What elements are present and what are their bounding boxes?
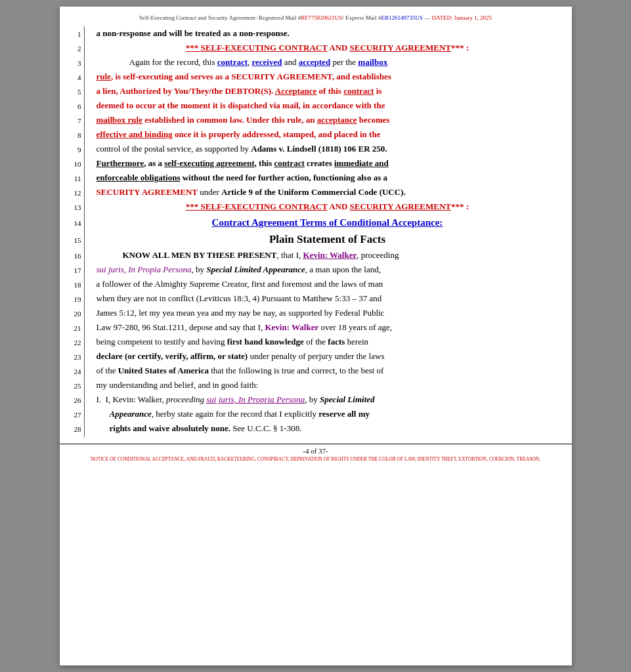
line-8-text: effective and binding once it is properl… bbox=[97, 127, 381, 142]
line-7-text: mailbox rule established in common law. … bbox=[97, 113, 390, 127]
line-14: Contract Agreement Terms of Conditional … bbox=[97, 214, 559, 231]
line-num-21: 21 bbox=[66, 322, 81, 336]
content-area: 1 2 3 4 5 6 7 8 9 10 11 12 13 14 15 16 1… bbox=[60, 26, 572, 437]
line-13: *** SELF-EXECUTING CONTRACT AND SECURITY… bbox=[97, 200, 559, 214]
line-num-26: 26 bbox=[66, 394, 81, 408]
line-9-text: control of the postal service, as suppor… bbox=[97, 142, 387, 156]
line-5: a lien, Authorized by You/They/the DEBTO… bbox=[97, 84, 559, 98]
line-num-15: 15 bbox=[66, 232, 81, 249]
line-28-text: rights and waive absolutely none. See U.… bbox=[97, 421, 302, 436]
document-header: Self-Executing Contract and Security Agr… bbox=[60, 7, 572, 26]
line-25: my understanding and belief, and in good… bbox=[97, 378, 559, 392]
line-11-text: enforceable obligations without the need… bbox=[97, 171, 387, 185]
line-10-text: Furthermore, as a self-executing agreeme… bbox=[97, 156, 389, 171]
line-3-text: Again for the record, this contract, rec… bbox=[97, 55, 388, 70]
line-num-8: 8 bbox=[66, 129, 81, 143]
line-21-text: Law 97-280, 96 Stat.1211, depose and say… bbox=[97, 320, 393, 335]
line-15-text: Plain Statement of Facts bbox=[269, 232, 385, 247]
line-11: enforceable obligations without the need… bbox=[97, 171, 559, 185]
line-24: of the United States of America that the… bbox=[97, 364, 559, 378]
line-23-text: declare (or certify, verify, affirm, or … bbox=[97, 349, 385, 364]
line-10: Furthermore, as a self-executing agreeme… bbox=[97, 156, 559, 171]
line-2: *** SELF-EXECUTING CONTRACT AND SECURITY… bbox=[97, 41, 559, 55]
line-20: James 5:12, let my yea mean yea and my n… bbox=[97, 306, 559, 320]
line-17-text: sui juris, In Propia Persona, by Special… bbox=[97, 262, 381, 277]
line-1: a non-response and will be treated as a … bbox=[97, 26, 559, 41]
line-num-5: 5 bbox=[66, 85, 81, 100]
line-19-text: when they are not in conflict (Leviticus… bbox=[97, 291, 382, 306]
line-num-12: 12 bbox=[66, 186, 81, 201]
line-num-14: 14 bbox=[66, 215, 81, 232]
line-19: when they are not in conflict (Leviticus… bbox=[97, 291, 559, 306]
footer-page-num: -4 of 37- bbox=[79, 447, 552, 455]
line-2-text: *** SELF-EXECUTING CONTRACT AND SECURITY… bbox=[186, 41, 469, 55]
line-17: sui juris, In Propia Persona, by Special… bbox=[97, 262, 559, 277]
footer-notice-text: NOTICE of CONDITIONAL ACCEPTANCE, and FR… bbox=[79, 456, 552, 462]
line-num-19: 19 bbox=[66, 293, 81, 307]
line-20-text: James 5:12, let my yea mean yea and my n… bbox=[97, 306, 385, 320]
line-26-text: I. I, Kevin: Walker, proceeding sui juri… bbox=[97, 392, 375, 407]
line-num-1: 1 bbox=[66, 28, 81, 42]
line-25-text: my understanding and belief, and in good… bbox=[97, 378, 259, 392]
line-num-24: 24 bbox=[66, 365, 81, 379]
line-12-text: SECURITY AGREEMENT under Article 9 of th… bbox=[97, 185, 406, 200]
line-num-18: 18 bbox=[66, 278, 81, 293]
line-22: being competent to testify and having fi… bbox=[97, 335, 559, 349]
line-9: control of the postal service, as suppor… bbox=[97, 142, 559, 156]
line-6-text: deemed to occur at the moment it is disp… bbox=[97, 98, 385, 113]
line-num-3: 3 bbox=[66, 56, 81, 71]
line-23: declare (or certify, verify, affirm, or … bbox=[97, 349, 559, 364]
line-numbers: 1 2 3 4 5 6 7 8 9 10 11 12 13 14 15 16 1… bbox=[66, 26, 85, 437]
line-num-2: 2 bbox=[66, 42, 81, 56]
line-21: Law 97-280, 96 Stat.1211, depose and say… bbox=[97, 320, 559, 335]
line-num-4: 4 bbox=[66, 71, 81, 85]
line-num-6: 6 bbox=[66, 100, 81, 114]
line-num-20: 20 bbox=[66, 307, 81, 322]
line-num-28: 28 bbox=[66, 423, 81, 437]
line-num-11: 11 bbox=[66, 172, 81, 186]
line-num-13: 13 bbox=[66, 201, 81, 215]
line-27: Appearance, herby state again for the re… bbox=[97, 407, 559, 421]
line-num-10: 10 bbox=[66, 158, 81, 172]
text-content: a non-response and will be treated as a … bbox=[85, 26, 565, 437]
line-22-text: being competent to testify and having fi… bbox=[97, 335, 369, 349]
line-7: mailbox rule established in common law. … bbox=[97, 113, 559, 127]
line-8: effective and binding once it is properl… bbox=[97, 127, 559, 142]
header-text: Self-Executing Contract and Security Agr… bbox=[139, 14, 492, 21]
line-28: rights and waive absolutely none. See U.… bbox=[97, 421, 559, 436]
line-num-16: 16 bbox=[66, 249, 81, 264]
line-18-text: a follower of the Almighty Supreme Creat… bbox=[97, 277, 383, 291]
line-num-22: 22 bbox=[66, 336, 81, 350]
page-wrapper: Self-Executing Contract and Security Agr… bbox=[0, 0, 631, 672]
line-16: KNOW ALL MEN BY THESE PRESENT, that I, K… bbox=[97, 248, 559, 262]
document-footer: -4 of 37- NOTICE of CONDITIONAL ACCEPTAN… bbox=[60, 444, 572, 465]
line-16-text: KNOW ALL MEN BY THESE PRESENT, that I, K… bbox=[97, 248, 399, 262]
line-4-text: rule, is self-executing and serves as a … bbox=[97, 70, 391, 84]
line-13-text: *** SELF-EXECUTING CONTRACT AND SECURITY… bbox=[186, 200, 469, 214]
document-page: Self-Executing Contract and Security Agr… bbox=[60, 7, 572, 665]
line-12: SECURITY AGREEMENT under Article 9 of th… bbox=[97, 185, 559, 200]
line-18: a follower of the Almighty Supreme Creat… bbox=[97, 277, 559, 291]
line-26: I. I, Kevin: Walker, proceeding sui juri… bbox=[97, 392, 559, 407]
line-4: rule, is self-executing and serves as a … bbox=[97, 70, 559, 84]
line-5-text: a lien, Authorized by You/They/the DEBTO… bbox=[97, 84, 382, 98]
line-24-text: of the United States of America that the… bbox=[97, 364, 384, 378]
line-num-17: 17 bbox=[66, 264, 81, 278]
line-num-7: 7 bbox=[66, 114, 81, 129]
line-3: Again for the record, this contract, rec… bbox=[97, 55, 559, 70]
line-15: Plain Statement of Facts bbox=[97, 231, 559, 248]
line-num-27: 27 bbox=[66, 408, 81, 423]
line-num-9: 9 bbox=[66, 143, 81, 158]
line-27-text: Appearance, herby state again for the re… bbox=[97, 407, 370, 421]
line-6: deemed to occur at the moment it is disp… bbox=[97, 98, 559, 113]
line-num-23: 23 bbox=[66, 350, 81, 365]
line-num-25: 25 bbox=[66, 379, 81, 394]
line-14-text: Contract Agreement Terms of Conditional … bbox=[212, 215, 443, 230]
line-1-text: a non-response and will be treated as a … bbox=[97, 26, 290, 41]
